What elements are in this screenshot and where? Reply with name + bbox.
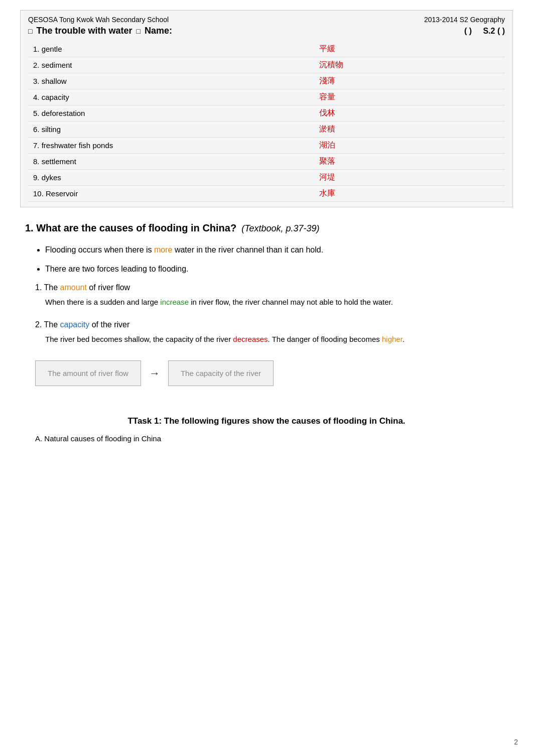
vocab-row: 3. shallow 淺薄 [28, 73, 505, 89]
flow-box-1: The amount of river flow [35, 360, 141, 386]
task-subheading: A. Natural causes of flooding in China [35, 434, 498, 443]
section1-title: 1. What are the causes of flooding in Ch… [25, 222, 236, 234]
bullet1-highlight: more [154, 245, 172, 254]
vocab-chinese: 沉積物 [314, 57, 505, 73]
vocab-row: 2. sediment 沉積物 [28, 57, 505, 73]
vocab-chinese: 水庫 [314, 186, 505, 202]
sub2-body-prefix: The river bed becomes shallow, the capac… [45, 335, 233, 343]
sub1-body: When there is a sudden and large increas… [35, 296, 508, 308]
flow-arrow-icon: → [149, 367, 160, 380]
vocab-english: 10. Reservoir [28, 186, 314, 202]
vocab-chinese: 淺薄 [314, 73, 505, 89]
vocab-english: 4. capacity [28, 89, 314, 105]
vocab-row: 1. gentle 平緩 [28, 41, 505, 57]
vocab-chinese: 伐林 [314, 105, 505, 121]
vocab-english: 1. gentle [28, 41, 314, 57]
year-subject: 2013-2014 S2 Geography [424, 16, 505, 24]
sub2-title-rest: of the river [89, 320, 129, 329]
sub1-body-highlight: increase [160, 298, 189, 306]
vocab-chinese: 淤積 [314, 121, 505, 138]
sub-section-1: 1. The amount of river flow When there i… [25, 283, 508, 308]
vocab-row: 8. settlement 聚落 [28, 154, 505, 170]
class-label: ( ) [464, 27, 472, 35]
vocab-chinese: 湖泊 [314, 138, 505, 154]
vocab-english: 8. settlement [28, 154, 314, 170]
vocab-english: 3. shallow [28, 73, 314, 89]
sub1-title-prefix: 1. The [35, 283, 60, 292]
main-content: 1. What are the causes of flooding in Ch… [20, 222, 513, 386]
vocab-english: 5. deforestation [28, 105, 314, 121]
sub2-title: 2. The capacity of the river [35, 320, 508, 329]
vocab-chinese: 容量 [314, 89, 505, 105]
vocab-english: 9. dykes [28, 170, 314, 186]
vocab-english: 2. sediment [28, 57, 314, 73]
bullet1-rest: water in the river channel than it can h… [172, 245, 323, 254]
sub2-highlight: capacity [60, 320, 90, 329]
vocab-chinese: 河堤 [314, 170, 505, 186]
page-number: 2 [514, 738, 518, 746]
task-heading: TTask 1: The following figures show the … [35, 416, 498, 426]
vocab-row: 4. capacity 容量 [28, 89, 505, 105]
checkbox-icon: □ [28, 27, 32, 35]
vocab-english: 7. freshwater fish ponds [28, 138, 314, 154]
sub2-body: The river bed becomes shallow, the capac… [35, 333, 508, 345]
bullet-list: Flooding occurs when there is more water… [25, 244, 508, 275]
sub1-title-rest: of river flow [87, 283, 130, 292]
name-label: Name: [145, 26, 172, 36]
task-heading-text: Task 1: The following figures show the c… [133, 416, 406, 426]
vocab-english: 6. silting [28, 121, 314, 138]
sub2-body-mid: . The danger of flooding becomes [268, 335, 382, 343]
sub2-body-highlight: decreases [233, 335, 268, 343]
sub1-title: 1. The amount of river flow [35, 283, 508, 292]
bullet-item-1: Flooding occurs when there is more water… [45, 244, 508, 256]
vocab-row: 5. deforestation 伐林 [28, 105, 505, 121]
header-title: □ The trouble with water □ Name: [28, 26, 172, 36]
sub2-body-end: . [403, 335, 405, 343]
section1-heading: 1. What are the causes of flooding in Ch… [25, 222, 508, 234]
bullet1-text: Flooding occurs when there is [45, 245, 154, 254]
vocab-row: 9. dykes 河堤 [28, 170, 505, 186]
task-section: TTask 1: The following figures show the … [20, 416, 513, 443]
bullet2-text: There are two forces leading to flooding… [45, 265, 189, 273]
bullet-item-2: There are two forces leading to flooding… [45, 263, 508, 275]
worksheet-title: The trouble with water [36, 26, 132, 36]
school-name: QESOSA Tong Kwok Wah Secondary School [28, 16, 169, 24]
flow-box-2: The capacity of the river [168, 360, 274, 386]
sub-section-2: 2. The capacity of the river The river b… [25, 320, 508, 345]
sub1-body-rest: in river flow, the river channel may not… [189, 298, 393, 306]
vocab-chinese: 平緩 [314, 41, 505, 57]
sub2-title-prefix: 2. The [35, 320, 60, 329]
vocab-table: 1. gentle 平緩 2. sediment 沉積物 3. shallow … [28, 41, 505, 202]
sub2-body-highlight2: higher [382, 335, 403, 343]
sub1-highlight: amount [60, 283, 87, 292]
checkbox-icon2: □ [136, 27, 140, 35]
sub1-body-prefix: When there is a sudden and large [45, 298, 160, 306]
header-section: QESOSA Tong Kwok Wah Secondary School 20… [20, 10, 513, 207]
section1-ref: (Textbook, p.37-39) [241, 223, 319, 234]
vocab-row: 6. silting 淤積 [28, 121, 505, 138]
vocab-row: 10. Reservoir 水庫 [28, 186, 505, 202]
header-top: QESOSA Tong Kwok Wah Secondary School 20… [28, 16, 505, 24]
vocab-chinese: 聚落 [314, 154, 505, 170]
header-right: ( ) S.2 ( ) [464, 27, 505, 36]
flow-diagram: The amount of river flow → The capacity … [35, 360, 508, 386]
vocab-row: 7. freshwater fish ponds 湖泊 [28, 138, 505, 154]
section-label: S.2 ( ) [483, 27, 505, 35]
